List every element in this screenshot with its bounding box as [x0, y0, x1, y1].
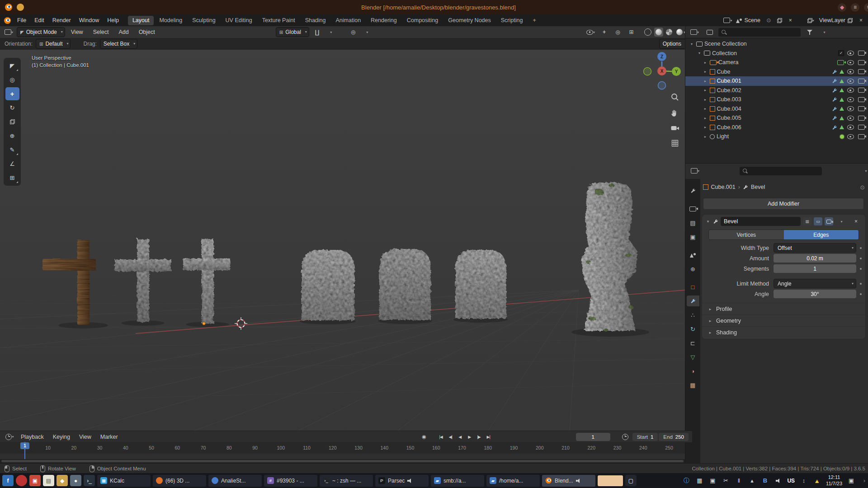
- camera-view-button[interactable]: [669, 122, 681, 134]
- hide-eye-icon[interactable]: [847, 106, 854, 111]
- hide-eye-icon[interactable]: [847, 60, 854, 65]
- gravestone-slab-1[interactable]: [302, 250, 354, 320]
- menu-file[interactable]: File: [13, 14, 30, 26]
- expander-icon[interactable]: ▸: [703, 135, 708, 139]
- properties-editor-type-button[interactable]: ▾: [689, 166, 701, 175]
- tab-scene[interactable]: [687, 249, 699, 260]
- edit-mode-display-toggle[interactable]: ▦: [803, 217, 811, 225]
- timeline-menu-marker[interactable]: Marker: [96, 431, 122, 442]
- next-keyframe-button[interactable]: |▶: [475, 433, 483, 441]
- outliner-search-input[interactable]: [718, 28, 801, 37]
- selectability-visibility-dropdown[interactable]: ▾: [585, 28, 597, 37]
- preview-range-toggle[interactable]: [619, 432, 632, 441]
- workspace-tab-layout[interactable]: Layout: [128, 16, 154, 25]
- editor-type-button[interactable]: ▾: [3, 28, 15, 37]
- pinned-app-icon-1[interactable]: [16, 475, 27, 486]
- menu-window[interactable]: Window: [75, 14, 103, 26]
- render-visibility-icon[interactable]: [858, 116, 865, 121]
- tab-view-layer[interactable]: ▣: [687, 231, 699, 242]
- pin-id-icon[interactable]: ⊙: [860, 184, 865, 191]
- task-parsec[interactable]: PParsec: [375, 475, 429, 487]
- tool-annotate[interactable]: ✎: [5, 143, 19, 156]
- outliner-editor-type-button[interactable]: ▾: [689, 28, 701, 37]
- animate-dot[interactable]: [860, 293, 862, 295]
- shading-solid-button[interactable]: [654, 28, 663, 37]
- pinned-app-icon-2[interactable]: ▣: [29, 475, 41, 486]
- blender-logo-icon[interactable]: [4, 17, 11, 24]
- tab-object[interactable]: □: [687, 282, 699, 292]
- remove-scene-icon[interactable]: ×: [784, 16, 797, 25]
- clipboard-icon[interactable]: ▣: [708, 477, 717, 485]
- expander-icon[interactable]: ▸: [703, 88, 708, 92]
- outliner-row-scene-collection[interactable]: ▾ Scene Collection: [685, 39, 868, 49]
- profile-section[interactable]: ▸ Profile: [702, 303, 865, 314]
- tab-output[interactable]: ▤: [687, 217, 699, 228]
- workspace-tab-modeling[interactable]: Modeling: [155, 16, 187, 25]
- tab-constraints[interactable]: ⊏: [687, 338, 699, 348]
- volume-icon[interactable]: [774, 477, 782, 485]
- expander-icon[interactable]: ▸: [703, 98, 708, 102]
- workspace-tab-animation[interactable]: Animation: [331, 16, 366, 25]
- chevron-up-icon[interactable]: ▴: [748, 477, 756, 485]
- task-smb-files[interactable]: ▰smb://a...: [431, 475, 484, 487]
- new-scene-icon[interactable]: [777, 18, 782, 23]
- outliner-filter-button[interactable]: [803, 28, 816, 37]
- keyboard-layout-indicator[interactable]: US: [787, 478, 795, 484]
- mesh-data-icon[interactable]: [840, 116, 844, 120]
- start-frame-field[interactable]: Start1: [632, 433, 658, 441]
- panel-expand-icon[interactable]: ▾: [705, 219, 711, 224]
- pinned-app-icon-5[interactable]: ●: [70, 475, 81, 486]
- render-visibility-icon[interactable]: [858, 106, 865, 111]
- animate-dot[interactable]: [860, 268, 862, 270]
- navigation-gizmo[interactable]: Z Y X: [635, 51, 685, 94]
- render-visibility-icon[interactable]: [858, 69, 865, 74]
- current-frame-field[interactable]: 1: [576, 433, 610, 441]
- limit-method-dropdown[interactable]: Angle: [774, 279, 856, 288]
- view-layer-browse-button[interactable]: ▾: [805, 16, 817, 25]
- proportional-editing-icon[interactable]: ◎: [347, 28, 359, 37]
- toggle-ortho-button[interactable]: [669, 137, 681, 149]
- outliner-row-cube-003[interactable]: ▸ Cube.003: [685, 95, 868, 104]
- pinned-app-icon-3[interactable]: ▤: [43, 475, 54, 486]
- modifier-wrench-icon[interactable]: [832, 88, 837, 93]
- modifier-wrench-icon[interactable]: [832, 78, 837, 84]
- modifier-close-button[interactable]: ×: [850, 217, 862, 226]
- outliner-row-camera[interactable]: ▸ Camera: [685, 58, 868, 67]
- task-93903[interactable]: ##93903 - ...: [264, 475, 317, 487]
- timeline-menu-view[interactable]: View: [75, 431, 95, 442]
- animate-dot[interactable]: [860, 258, 862, 259]
- outliner-row-collection[interactable]: ▾ Collection ✓: [685, 49, 868, 58]
- expander-icon[interactable]: ▾: [689, 42, 694, 46]
- network-icon[interactable]: ↕: [800, 477, 808, 485]
- pinned-app-icon-4[interactable]: ◆: [57, 475, 68, 486]
- task-home-files[interactable]: ▰/home/a...: [486, 475, 540, 487]
- gravestone-stone-cross-1[interactable]: [115, 239, 171, 322]
- camera-data-icon[interactable]: [837, 60, 844, 65]
- amount-field[interactable]: 0.02 m: [774, 254, 856, 263]
- show-gizmo-toggle[interactable]: +: [598, 28, 610, 37]
- scene-canvas[interactable]: [0, 50, 685, 431]
- viewport-menu-view[interactable]: View: [67, 26, 87, 38]
- tab-modifiers[interactable]: [687, 296, 699, 306]
- playhead-frame-chip[interactable]: 1: [20, 442, 29, 449]
- breadcrumb-modifier[interactable]: Bevel: [751, 184, 765, 190]
- task-blender[interactable]: Blend...: [542, 475, 595, 487]
- modifier-wrench-icon[interactable]: [832, 106, 837, 112]
- play-reverse-button[interactable]: ◀: [456, 433, 464, 441]
- render-visibility-icon[interactable]: [858, 97, 865, 102]
- workspace-tab-uv-editing[interactable]: UV Editing: [221, 16, 257, 25]
- notifications-icon[interactable]: ▣: [847, 477, 855, 485]
- transform-orientation-dropdown[interactable]: ⊞Global: [276, 27, 309, 37]
- affect-edges-button[interactable]: Edges: [784, 230, 859, 239]
- window-titlebar[interactable]: Blender [/home/amalie/Desktop/blender/gr…: [0, 0, 868, 14]
- modifier-wrench-icon[interactable]: [832, 115, 837, 121]
- outliner-row-light[interactable]: ▸ Light: [685, 132, 868, 141]
- close-button[interactable]: ×: [864, 3, 868, 12]
- outliner-row-cube-001[interactable]: ▸ Cube.001: [685, 76, 868, 86]
- animate-dot[interactable]: [860, 247, 862, 249]
- gravestone-monument[interactable]: [581, 182, 637, 331]
- mesh-data-icon[interactable]: [840, 98, 844, 102]
- hide-eye-icon[interactable]: [847, 69, 854, 74]
- workspace-tab-compositing[interactable]: Compositing: [402, 16, 443, 25]
- collection-checkbox[interactable]: ✓: [838, 50, 844, 56]
